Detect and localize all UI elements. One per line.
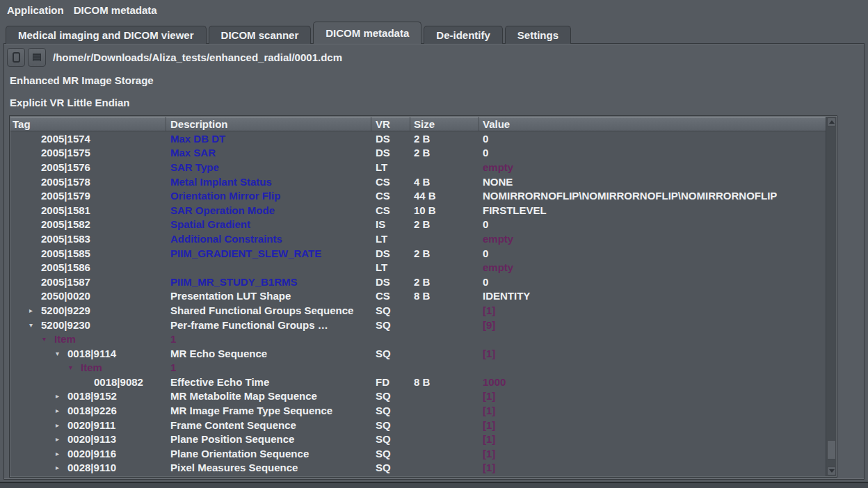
- vr-cell: SQ: [371, 448, 410, 459]
- menu-item-application[interactable]: Application: [2, 2, 69, 18]
- tag-text: 2005|1579: [41, 190, 90, 202]
- tag-cell: 2005|1574: [10, 133, 166, 145]
- table-row[interactable]: ▸5200|9229Shared Functional Groups Seque…: [10, 303, 827, 318]
- table-row[interactable]: ▸0020|9111Frame Content SequenceSQ[1]: [10, 418, 827, 432]
- description-cell: Orientation Mirror Flip: [166, 190, 371, 202]
- menu-bar: ApplicationDICOM metadata: [0, 0, 868, 19]
- table-row[interactable]: 2005|1587PIIM_MR_STUDY_B1RMSDS2 B0: [10, 275, 827, 289]
- tag-cell: 2005|1579: [10, 190, 166, 202]
- scroll-down-button[interactable]: [827, 466, 836, 475]
- value-cell: 0: [479, 276, 827, 288]
- table-row[interactable]: ▸0028|9110Pixel Measures SequenceSQ[1]: [10, 461, 827, 475]
- table-row[interactable]: 0018|9082Effective Echo TimeFD8 B1000: [10, 375, 827, 389]
- table-row[interactable]: ▾Item1: [10, 361, 827, 375]
- transfer-syntax-label: Explicit VR Little Endian: [10, 97, 130, 108]
- menu-item-dicom-metadata[interactable]: DICOM metadata: [69, 2, 162, 18]
- description-cell: 1: [166, 333, 371, 345]
- table-row[interactable]: ▾0018|9114MR Echo SequenceSQ[1]: [10, 346, 827, 361]
- column-header-size[interactable]: Size: [410, 117, 479, 131]
- tab-dicom-scanner[interactable]: DICOM scanner: [209, 26, 312, 44]
- value-cell: [1]: [479, 348, 827, 359]
- collapse-arrow-icon[interactable]: ▾: [29, 321, 41, 329]
- table-row[interactable]: 2005|1583Additional ConstraintsLTempty: [10, 231, 827, 246]
- value-cell: FIRSTLEVEL: [479, 204, 827, 216]
- vr-cell: IS: [371, 218, 410, 230]
- toolbar-button-1[interactable]: [7, 48, 25, 67]
- expand-arrow-icon[interactable]: ▸: [29, 307, 41, 314]
- expand-arrow-icon[interactable]: ▸: [56, 407, 67, 414]
- table-row[interactable]: 2005|1581SAR Operation ModeCS10 BFIRSTLE…: [10, 203, 827, 218]
- tab-dicom-metadata[interactable]: DICOM metadata: [313, 22, 421, 44]
- vertical-scrollbar[interactable]: [826, 117, 836, 476]
- tab-de-identify[interactable]: De-identify: [424, 26, 503, 44]
- table-row[interactable]: 2005|1574Max DB DTDS2 B0: [10, 131, 827, 146]
- tab-bar: Medical imaging and DICOM viewerDICOM sc…: [0, 22, 868, 44]
- column-header-vr[interactable]: VR: [371, 117, 410, 131]
- tag-text: Item: [54, 333, 76, 345]
- tag-cell: ▸5200|9229: [10, 304, 166, 316]
- description-cell: Plane Position Sequence: [166, 433, 371, 445]
- table-row[interactable]: ▸0018|9152MR Metabolite Map SequenceSQ[1…: [10, 389, 827, 404]
- table-row[interactable]: ▸0020|9116Plane Orientation SequenceSQ[1…: [10, 446, 827, 461]
- column-header-tag[interactable]: Tag: [10, 117, 166, 131]
- vr-cell: SQ: [371, 390, 410, 402]
- description-cell: Plane Orientation Sequence: [166, 448, 371, 459]
- tag-text: 2005|1578: [41, 176, 90, 188]
- expand-arrow-icon[interactable]: ▸: [56, 392, 67, 400]
- tab-settings[interactable]: Settings: [505, 26, 571, 44]
- tag-text: 0020|9113: [67, 433, 116, 445]
- column-header-description[interactable]: Description: [166, 117, 371, 131]
- rounded-square-outline-icon: [13, 52, 20, 63]
- tag-cell: 2005|1575: [10, 147, 166, 158]
- toolbar-button-2[interactable]: [28, 48, 46, 67]
- table-row[interactable]: 2005|1582Spatial GradientIS2 B0: [10, 218, 827, 232]
- expand-arrow-icon[interactable]: ▸: [56, 435, 67, 443]
- scroll-up-button[interactable]: [827, 117, 836, 127]
- tag-text: 2050|0020: [41, 290, 90, 302]
- table-row[interactable]: 2005|1579Orientation Mirror FlipCS44 BNO…: [10, 188, 827, 203]
- value-cell: IDENTITY: [479, 290, 827, 302]
- file-path: /home/r/Downloads/Aliza_tests/enhanced_r…: [53, 52, 342, 63]
- tag-text: 2005|1582: [41, 218, 90, 230]
- tag-cell: ▾Item: [10, 333, 166, 345]
- value-cell: [1]: [479, 462, 827, 473]
- description-cell: Max DB DT: [166, 133, 371, 145]
- collapse-arrow-icon[interactable]: ▾: [42, 335, 54, 343]
- tag-text: 2005|1583: [41, 233, 90, 245]
- value-cell: [9]: [479, 319, 827, 331]
- table-row[interactable]: ▾5200|9230Per-frame Functional Groups …S…: [10, 318, 827, 332]
- collapse-arrow-icon[interactable]: ▾: [56, 350, 67, 357]
- value-cell: 0: [479, 247, 827, 259]
- table-row[interactable]: ▾Item1: [10, 332, 827, 346]
- table-row[interactable]: 2005|1586LTempty: [10, 260, 827, 275]
- table-row[interactable]: ▸[1]: [10, 475, 827, 476]
- tab-medical-imaging-and-dicom-viewer[interactable]: Medical imaging and DICOM viewer: [6, 26, 207, 44]
- vr-cell: SQ: [371, 405, 410, 416]
- metadata-table: TagDescriptionVRSizeValue 2005|1574Max D…: [9, 115, 837, 478]
- tag-cell: 2005|1585: [10, 247, 166, 259]
- value-cell: 0: [479, 147, 827, 158]
- column-header-value[interactable]: Value: [479, 117, 827, 131]
- tag-cell: 2005|1581: [10, 204, 166, 216]
- tag-text: 2005|1581: [41, 204, 90, 216]
- description-cell: Presentation LUT Shape: [166, 290, 371, 302]
- table-row[interactable]: ▸0018|9226MR Image Frame Type SequenceSQ…: [10, 403, 827, 418]
- table-row[interactable]: 2005|1576SAR TypeLTempty: [10, 160, 827, 174]
- scrollbar-thumb[interactable]: [827, 440, 836, 459]
- value-cell: 0: [479, 133, 827, 145]
- size-cell: 8 B: [410, 376, 479, 388]
- table-row[interactable]: 2005|1578Metal Implant StatusCS4 BNONE: [10, 174, 827, 189]
- vr-cell: DS: [371, 133, 410, 145]
- expand-arrow-icon[interactable]: ▸: [56, 450, 67, 457]
- expand-arrow-icon[interactable]: ▸: [56, 464, 67, 471]
- expand-arrow-icon[interactable]: ▸: [56, 421, 67, 429]
- vr-cell: CS: [371, 176, 410, 188]
- table-row[interactable]: 2005|1585PIIM_GRADIENT_SLEW_RATEDS2 B0: [10, 246, 827, 261]
- table-row[interactable]: 2050|0020Presentation LUT ShapeCS8 BIDEN…: [10, 289, 827, 304]
- tag-cell: ▾5200|9230: [10, 319, 166, 331]
- table-row[interactable]: ▸0020|9113Plane Position SequenceSQ[1]: [10, 432, 827, 446]
- value-cell: [1]: [479, 419, 827, 431]
- table-row[interactable]: 2005|1575Max SARDS2 B0: [10, 146, 827, 161]
- collapse-arrow-icon[interactable]: ▾: [69, 364, 81, 371]
- description-cell: MR Echo Sequence: [166, 348, 371, 359]
